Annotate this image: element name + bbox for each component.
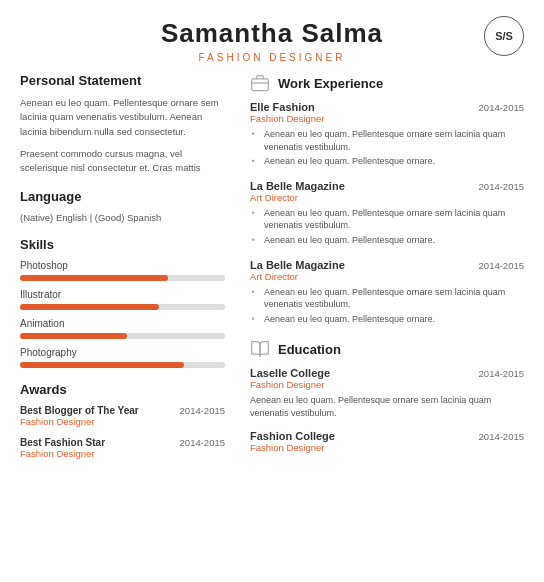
work-date-0: 2014-2015 xyxy=(479,102,524,113)
work-role-0: Fashion Designer xyxy=(250,113,524,124)
candidate-name: Samantha Salma xyxy=(20,18,524,49)
resume-header: Samantha Salma FASHION DESIGNER S/S xyxy=(0,0,544,73)
skill-label-3: Photography xyxy=(20,347,225,358)
skill-illustrator: Illustrator xyxy=(20,289,225,310)
awards-section: Awards Best Blogger of The Year 2014-201… xyxy=(20,382,225,459)
work-item-0: Elle Fashion 2014-2015 Fashion Designer … xyxy=(250,101,524,168)
award-row-0: Best Blogger of The Year 2014-2015 xyxy=(20,405,225,416)
edu-school-0: Laselle College xyxy=(250,367,330,379)
education-header: Education xyxy=(250,339,524,359)
personal-statement-p1: Aenean eu leo quam. Pellentesque ornare … xyxy=(20,96,225,139)
bullet-2-0: Aenean eu leo quam. Pellentesque ornare … xyxy=(264,286,524,311)
award-name-0: Best Blogger of The Year xyxy=(20,405,139,416)
skill-bar-bg-0 xyxy=(20,275,225,281)
skill-bar-bg-2 xyxy=(20,333,225,339)
work-role-1: Art Director xyxy=(250,192,524,203)
language-title: Language xyxy=(20,189,225,204)
work-item-header-1: La Belle Magazine 2014-2015 xyxy=(250,180,524,192)
edu-header-1: Fashion College 2014-2015 xyxy=(250,430,524,442)
edu-date-1: 2014-2015 xyxy=(479,431,524,442)
work-company-0: Elle Fashion xyxy=(250,101,315,113)
edu-school-1: Fashion College xyxy=(250,430,335,442)
work-bullets-2: Aenean eu leo quam. Pellentesque ornare … xyxy=(250,286,524,326)
edu-role-0: Fashion Designer xyxy=(250,379,524,390)
skill-photography: Photography xyxy=(20,347,225,368)
skill-animation: Animation xyxy=(20,318,225,339)
skill-bar-fill-2 xyxy=(20,333,127,339)
work-date-2: 2014-2015 xyxy=(479,260,524,271)
language-text: (Native) English | (Good) Spanish xyxy=(20,212,225,223)
initials-badge: S/S xyxy=(484,16,524,56)
edu-item-0: Laselle College 2014-2015 Fashion Design… xyxy=(250,367,524,419)
skills-title: Skills xyxy=(20,237,225,252)
skill-bar-fill-1 xyxy=(20,304,159,310)
skill-bar-fill-3 xyxy=(20,362,184,368)
award-item-1: Best Fashion Star 2014-2015 Fashion Desi… xyxy=(20,437,225,459)
work-experience-title: Work Experience xyxy=(278,76,383,91)
work-experience-header: Work Experience xyxy=(250,73,524,93)
work-company-1: La Belle Magazine xyxy=(250,180,345,192)
svg-rect-0 xyxy=(252,79,269,91)
bullet-1-0: Aenean eu leo quam. Pellentesque ornare … xyxy=(264,207,524,232)
award-row-1: Best Fashion Star 2014-2015 xyxy=(20,437,225,448)
award-item-0: Best Blogger of The Year 2014-2015 Fashi… xyxy=(20,405,225,427)
work-item-header-2: La Belle Magazine 2014-2015 xyxy=(250,259,524,271)
left-column: Personal Statement Aenean eu leo quam. P… xyxy=(20,73,240,469)
award-name-1: Best Fashion Star xyxy=(20,437,105,448)
work-bullets-0: Aenean eu leo quam. Pellentesque ornare … xyxy=(250,128,524,168)
award-role-0: Fashion Designer xyxy=(20,416,225,427)
skill-bar-bg-1 xyxy=(20,304,225,310)
work-company-2: La Belle Magazine xyxy=(250,259,345,271)
edu-date-0: 2014-2015 xyxy=(479,368,524,379)
right-column: Work Experience Elle Fashion 2014-2015 F… xyxy=(240,73,524,469)
award-role-1: Fashion Designer xyxy=(20,448,225,459)
main-content: Personal Statement Aenean eu leo quam. P… xyxy=(0,73,544,489)
edu-desc-0: Aenean eu leo quam. Pellentesque ornare … xyxy=(250,394,524,419)
skill-label-0: Photoshop xyxy=(20,260,225,271)
award-date-0: 2014-2015 xyxy=(180,405,225,416)
award-date-1: 2014-2015 xyxy=(180,437,225,448)
bullet-0-0: Aenean eu leo quam. Pellentesque ornare … xyxy=(264,128,524,153)
bullet-1-1: Aenean eu leo quam. Pellentesque ornare. xyxy=(264,234,524,247)
bullet-0-1: Aenean eu leo quam. Pellentesque ornare. xyxy=(264,155,524,168)
work-role-2: Art Director xyxy=(250,271,524,282)
education-icon xyxy=(250,339,270,359)
edu-role-1: Fashion Designer xyxy=(250,442,524,453)
work-item-1: La Belle Magazine 2014-2015 Art Director… xyxy=(250,180,524,247)
personal-statement-title: Personal Statement xyxy=(20,73,225,88)
briefcase-icon xyxy=(250,73,270,93)
skill-bar-bg-3 xyxy=(20,362,225,368)
work-date-1: 2014-2015 xyxy=(479,181,524,192)
bullet-2-1: Aenean eu leo quam. Pellentesque ornare. xyxy=(264,313,524,326)
skill-label-1: Illustrator xyxy=(20,289,225,300)
candidate-title: FASHION DESIGNER xyxy=(20,52,524,63)
skill-label-2: Animation xyxy=(20,318,225,329)
work-item-2: La Belle Magazine 2014-2015 Art Director… xyxy=(250,259,524,326)
edu-item-1: Fashion College 2014-2015 Fashion Design… xyxy=(250,430,524,453)
awards-title: Awards xyxy=(20,382,225,397)
personal-statement-p2: Praesent commodo cursus magna, vel scele… xyxy=(20,147,225,176)
skill-photoshop: Photoshop xyxy=(20,260,225,281)
work-bullets-1: Aenean eu leo quam. Pellentesque ornare … xyxy=(250,207,524,247)
skill-bar-fill-0 xyxy=(20,275,168,281)
edu-header-0: Laselle College 2014-2015 xyxy=(250,367,524,379)
education-title: Education xyxy=(278,342,341,357)
work-item-header-0: Elle Fashion 2014-2015 xyxy=(250,101,524,113)
